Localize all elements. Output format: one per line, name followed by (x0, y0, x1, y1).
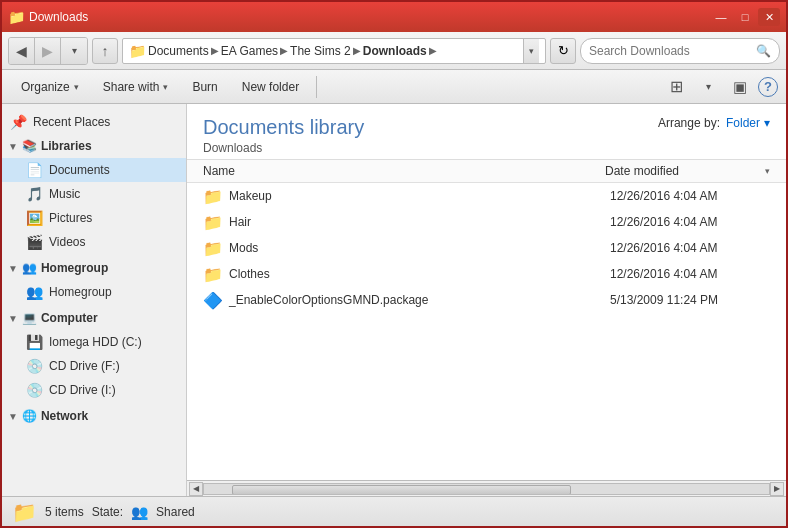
share-with-button[interactable]: Share with ▾ (92, 74, 180, 100)
search-box: 🔍 (580, 38, 780, 64)
file-row-package[interactable]: 🔷 _EnableColorOptionsGMND.package 5/13/2… (187, 287, 786, 313)
file-date-hair: 12/26/2016 4:04 AM (610, 215, 770, 229)
breadcrumb[interactable]: 📁 Documents ▶ EA Games ▶ The Sims 2 ▶ Do… (122, 38, 546, 64)
file-list-header: Name Date modified ▾ (187, 160, 786, 183)
sidebar-group-libraries-header[interactable]: ▼ 📚 Libraries (2, 134, 186, 158)
view-dropdown-button[interactable]: ▾ (694, 74, 722, 100)
sidebar-item-videos[interactable]: 🎬 Videos (2, 230, 186, 254)
sidebar-item-documents[interactable]: 📄 Documents (2, 158, 186, 182)
arrange-value: Folder (726, 116, 760, 130)
sidebar-group-computer-header[interactable]: ▼ 💻 Computer (2, 306, 186, 330)
breadcrumb-folder-icon: 📁 (129, 43, 146, 59)
refresh-button[interactable]: ↻ (550, 38, 576, 64)
burn-button[interactable]: Burn (181, 74, 228, 100)
help-button[interactable]: ? (758, 77, 778, 97)
address-bar: ◀ ▶ ▾ ↑ 📁 Documents ▶ EA Games ▶ The Sim… (2, 32, 786, 70)
sidebar-group-network-header[interactable]: ▼ 🌐 Network (2, 404, 186, 428)
status-folder-icon: 📁 (12, 500, 37, 524)
file-row-mods[interactable]: 📁 Mods 12/26/2016 4:04 AM (187, 235, 786, 261)
file-date-clothes: 12/26/2016 4:04 AM (610, 267, 770, 281)
sidebar-group-computer: ▼ 💻 Computer 💾 Iomega HDD (C:) 💿 CD Driv… (2, 306, 186, 402)
sidebar-item-cd-i[interactable]: 💿 CD Drive (I:) (2, 378, 186, 402)
folder-icon-mods: 📁 (203, 239, 223, 258)
sidebar-group-libraries: ▼ 📚 Libraries 📄 Documents 🎵 Music 🖼️ (2, 134, 186, 254)
folder-icon-makeup: 📁 (203, 187, 223, 206)
breadcrumb-eagames[interactable]: EA Games (221, 44, 278, 58)
scroll-track[interactable] (203, 483, 770, 495)
nav-buttons: ◀ ▶ ▾ (8, 37, 88, 65)
sidebar-item-recent-places[interactable]: 📌 Recent Places (2, 110, 186, 134)
up-button[interactable]: ↑ (92, 38, 118, 64)
status-shared-icon: 👥 (131, 504, 148, 520)
minimize-button[interactable]: — (710, 8, 732, 26)
sort-icon: ▾ (765, 166, 770, 176)
arrange-chevron-icon: ▾ (764, 116, 770, 130)
cd-i-label: CD Drive (I:) (49, 383, 116, 397)
new-folder-button[interactable]: New folder (231, 74, 310, 100)
search-icon: 🔍 (756, 44, 771, 58)
sidebar-item-music[interactable]: 🎵 Music (2, 182, 186, 206)
arrange-dropdown[interactable]: Folder ▾ (726, 116, 770, 130)
recent-button[interactable]: ▾ (61, 38, 87, 64)
sidebar-item-pictures[interactable]: 🖼️ Pictures (2, 206, 186, 230)
column-name[interactable]: Name (203, 164, 605, 178)
file-row-hair[interactable]: 📁 Hair 12/26/2016 4:04 AM (187, 209, 786, 235)
status-shared-value: Shared (156, 505, 195, 519)
file-date-makeup: 12/26/2016 4:04 AM (610, 189, 770, 203)
file-name-makeup: Makeup (229, 189, 604, 203)
status-state-label: State: (92, 505, 123, 519)
file-name-package: _EnableColorOptionsGMND.package (229, 293, 604, 307)
window-icon: 📁 (8, 9, 25, 25)
iomega-label: Iomega HDD (C:) (49, 335, 142, 349)
videos-label: Videos (49, 235, 85, 249)
pictures-icon: 🖼️ (26, 210, 43, 226)
status-item-count: 5 items (45, 505, 84, 519)
sidebar-scroll[interactable]: 📌 Recent Places ▼ 📚 Libraries 📄 Document… (2, 104, 186, 496)
music-label: Music (49, 187, 80, 201)
library-header: Documents library Downloads Arrange by: … (187, 104, 786, 160)
views-button[interactable]: ⊞ (662, 74, 690, 100)
sidebar-group-homegroup-header[interactable]: ▼ 👥 Homegroup (2, 256, 186, 280)
arrange-by-section: Arrange by: Folder ▾ (658, 116, 770, 130)
sep4: ▶ (429, 45, 437, 56)
documents-icon: 📄 (26, 162, 43, 178)
scroll-right-button[interactable]: ▶ (770, 482, 784, 496)
toolbar-separator (316, 76, 317, 98)
title-bar: 📁 Downloads — □ ✕ (2, 2, 786, 32)
recent-places-icon: 📌 (10, 114, 27, 130)
column-date-modified[interactable]: Date modified (605, 164, 765, 178)
organize-arrow: ▾ (74, 82, 79, 92)
pictures-label: Pictures (49, 211, 92, 225)
preview-button[interactable]: ▣ (726, 74, 754, 100)
back-button[interactable]: ◀ (9, 38, 35, 64)
forward-button[interactable]: ▶ (35, 38, 61, 64)
file-list[interactable]: Name Date modified ▾ 📁 Makeup 12/26/2016… (187, 160, 786, 480)
breadcrumb-downloads[interactable]: Downloads (363, 44, 427, 58)
breadcrumb-sims2[interactable]: The Sims 2 (290, 44, 351, 58)
file-name-hair: Hair (229, 215, 604, 229)
close-button[interactable]: ✕ (758, 8, 780, 26)
homegroup-item-icon: 👥 (26, 284, 43, 300)
breadcrumb-documents[interactable]: Documents (148, 44, 209, 58)
organize-button[interactable]: Organize ▾ (10, 74, 90, 100)
file-date-package: 5/13/2009 11:24 PM (610, 293, 770, 307)
search-input[interactable] (589, 44, 752, 58)
sidebar-item-homegroup[interactable]: 👥 Homegroup (2, 280, 186, 304)
network-label: Network (41, 409, 88, 423)
file-row-clothes[interactable]: 📁 Clothes 12/26/2016 4:04 AM (187, 261, 786, 287)
horizontal-scrollbar[interactable]: ◀ ▶ (187, 480, 786, 496)
library-subtitle: Downloads (203, 141, 364, 155)
scroll-thumb[interactable] (232, 485, 571, 495)
arrange-by-label: Arrange by: (658, 116, 720, 130)
scroll-left-button[interactable]: ◀ (189, 482, 203, 496)
title-bar-left: 📁 Downloads (8, 9, 88, 25)
maximize-button[interactable]: □ (734, 8, 756, 26)
file-name-mods: Mods (229, 241, 604, 255)
network-icon: 🌐 (22, 409, 37, 423)
sidebar-item-iomega[interactable]: 💾 Iomega HDD (C:) (2, 330, 186, 354)
sidebar-item-cd-f[interactable]: 💿 CD Drive (F:) (2, 354, 186, 378)
breadcrumb-dropdown[interactable]: ▾ (523, 38, 539, 64)
cd-i-icon: 💿 (26, 382, 43, 398)
file-row-makeup[interactable]: 📁 Makeup 12/26/2016 4:04 AM (187, 183, 786, 209)
homegroup-icon: 👥 (22, 261, 37, 275)
